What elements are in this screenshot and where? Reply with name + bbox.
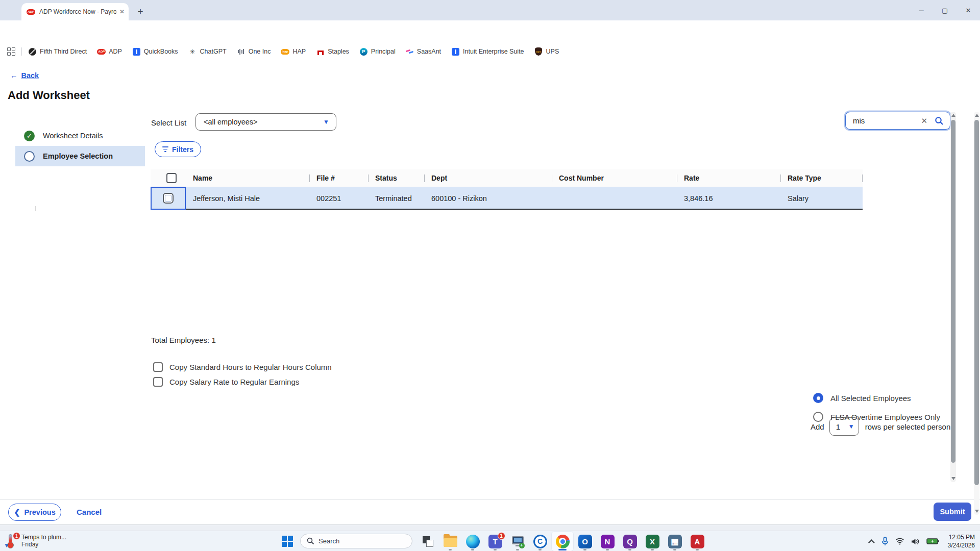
microphone-icon[interactable] — [881, 537, 889, 546]
chrome-button[interactable] — [551, 531, 574, 551]
scroll-down-icon[interactable] — [975, 510, 979, 513]
window-close-button[interactable]: ✕ — [957, 0, 980, 20]
column-header-rate-type[interactable]: Rate Type — [780, 169, 863, 187]
row-checkbox[interactable] — [163, 193, 174, 204]
tray-time: 12:05 PM — [948, 533, 975, 541]
column-header-cost-number[interactable]: Cost Number — [552, 169, 677, 187]
windows-start-button[interactable] — [282, 536, 293, 547]
bookmark-hap[interactable]: hapHAP — [281, 47, 306, 56]
bookmark-quickbooks[interactable]: QuickBooks — [132, 47, 178, 56]
window-minimize-button[interactable]: ─ — [910, 0, 933, 20]
search-icon[interactable] — [935, 116, 944, 126]
onenote-icon: N — [601, 535, 615, 548]
browser-tab[interactable]: ADP ADP Workforce Now - Payroll D ✕ — [21, 3, 129, 20]
remote-desktop-button[interactable]: + — [506, 531, 529, 551]
onenote-button[interactable]: N — [596, 531, 619, 551]
all-selected-employees-option: All Selected Employees — [813, 393, 911, 403]
submit-button[interactable]: Submit — [934, 503, 971, 521]
chevron-down-icon: ▼ — [323, 118, 329, 126]
bookmark-principal[interactable]: PPrincipal — [359, 47, 396, 56]
apps-grid-icon[interactable] — [7, 47, 15, 56]
step-active-circle-icon — [24, 151, 35, 162]
battery-icon[interactable] — [926, 538, 939, 545]
window-controls: ─ ▢ ✕ — [910, 0, 980, 20]
notification-badge: 1 — [13, 532, 20, 540]
calculator-button[interactable]: ▦ — [664, 531, 686, 551]
bookmark-one-inc[interactable]: One Inc — [237, 47, 271, 56]
step-connector — [35, 206, 36, 211]
bookmark-chatgpt[interactable]: ✳ChatGPT — [188, 47, 227, 56]
file-explorer-button[interactable] — [439, 531, 461, 551]
quickbooks-tool-button[interactable]: Q — [619, 531, 641, 551]
step-employee-selection[interactable]: Employee Selection — [15, 146, 145, 166]
browser-toolbar: ← → ⟳ workforcenow.adp.com/theme/admin.h… — [0, 20, 980, 43]
tab-close-icon[interactable]: ✕ — [119, 8, 125, 15]
bookmark-saasant[interactable]: SaasAnt — [406, 47, 441, 56]
new-tab-button[interactable]: + — [134, 5, 147, 18]
step-worksheet-details[interactable]: ✓ Worksheet Details — [15, 126, 145, 146]
window-maximize-button[interactable]: ▢ — [933, 0, 957, 20]
edge-button[interactable] — [461, 531, 484, 551]
teams-icon: T1 — [488, 535, 502, 548]
hap-icon: hap — [281, 49, 289, 55]
cancel-link[interactable]: Cancel — [77, 508, 102, 516]
tray-overflow-chevron-icon[interactable] — [870, 539, 875, 544]
employee-search-input[interactable]: mis ✕ — [845, 112, 950, 130]
volume-icon[interactable] — [911, 538, 920, 545]
copy-standard-hours-option: Copy Standard Hours to Regular Hours Col… — [153, 362, 332, 372]
inner-scrollbar[interactable] — [950, 112, 956, 482]
scrollbar-thumb[interactable] — [951, 120, 955, 463]
bookmark-intuit-enterprise-suite[interactable]: Intuit Enterprise Suite — [451, 47, 524, 56]
add-rows-suffix-label: rows per selected person — [865, 422, 951, 431]
system-tray: 12:05 PM 3/24/2026 — [870, 531, 980, 551]
clear-search-icon[interactable]: ✕ — [921, 116, 927, 126]
weather-widget[interactable]: ▼ 1 Temps to plum... Friday — [4, 533, 66, 549]
excel-button[interactable]: X — [641, 531, 664, 551]
scroll-up-icon[interactable] — [951, 114, 955, 117]
column-header-name[interactable]: Name — [186, 169, 309, 187]
column-header-status[interactable]: Status — [368, 169, 424, 187]
wifi-icon[interactable] — [895, 538, 904, 545]
previous-button[interactable]: ❮ Previous — [8, 504, 61, 521]
search-input-value: mis — [853, 116, 921, 125]
bookmark-fifth-third-direct[interactable]: Fifth Third Direct — [28, 47, 87, 56]
principal-icon: P — [360, 48, 368, 56]
column-header-file-number[interactable]: File # — [309, 169, 368, 187]
filters-button[interactable]: Filters — [155, 141, 201, 157]
c-app-button[interactable]: C — [529, 531, 551, 551]
scroll-down-icon[interactable] — [951, 477, 955, 480]
taskbar-clock[interactable]: 12:05 PM 3/24/2026 — [948, 533, 975, 549]
employee-table: Name File # Status Dept Cost Number Rate… — [151, 169, 863, 210]
filter-icon — [162, 146, 168, 152]
screen: ADP ADP Workforce Now - Payroll D ✕ + ─ … — [0, 0, 980, 551]
acrobat-button[interactable]: A — [686, 531, 708, 551]
table-row[interactable]: Jefferson, Misti Hale 002251 Terminated … — [151, 187, 863, 210]
cell-status: Terminated — [368, 194, 424, 203]
total-employees-label: Total Employees: 1 — [151, 336, 216, 344]
taskbar-search-box[interactable]: Search — [300, 534, 412, 548]
row-checkbox-cell — [151, 187, 186, 210]
column-header-dept[interactable]: Dept — [424, 169, 552, 187]
outlook-button[interactable]: O — [574, 531, 596, 551]
back-link[interactable]: ← Back — [10, 71, 39, 80]
column-header-rate[interactable]: Rate — [677, 169, 780, 187]
task-view-button[interactable] — [416, 531, 439, 551]
scroll-up-icon[interactable] — [975, 114, 979, 117]
select-list-dropdown[interactable]: <all employees> ▼ — [195, 113, 336, 131]
bookmark-staples[interactable]: Staples — [316, 47, 349, 56]
copy-salary-rate-checkbox[interactable] — [153, 377, 163, 387]
flsa-overtime-radio[interactable] — [813, 412, 823, 422]
all-selected-employees-radio[interactable] — [813, 393, 823, 403]
scrollbar-thumb[interactable] — [974, 120, 979, 485]
page-scrollbar[interactable] — [974, 112, 979, 515]
teams-button[interactable]: T1 — [484, 531, 506, 551]
bookmark-adp[interactable]: ADPADP — [97, 47, 122, 56]
chatgpt-icon: ✳ — [188, 47, 197, 56]
bookmark-ups[interactable]: upsUPS — [534, 47, 559, 56]
copy-standard-hours-checkbox[interactable] — [153, 362, 163, 372]
widget-subtext: Friday — [21, 541, 66, 548]
select-all-checkbox[interactable] — [166, 173, 177, 183]
calculator-icon: ▦ — [668, 535, 682, 548]
step-complete-check-icon: ✓ — [24, 131, 35, 141]
chevron-down-icon: ▼ — [848, 423, 854, 430]
